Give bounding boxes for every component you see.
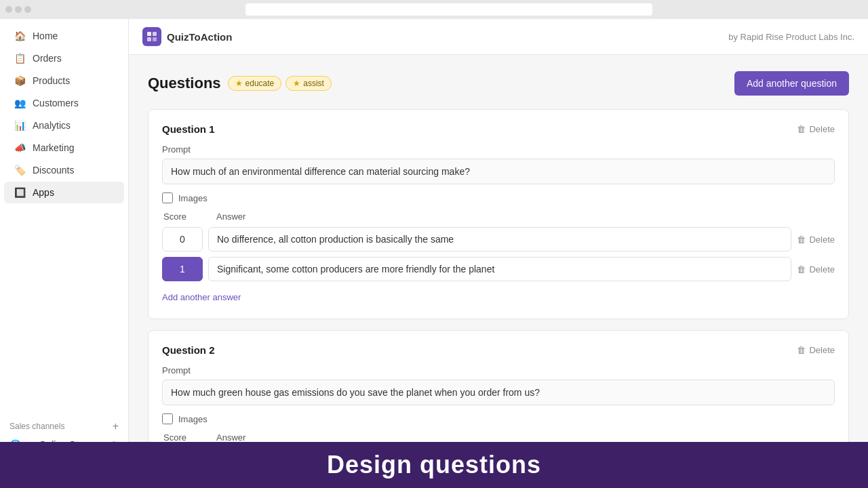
app-header: QuizToAction by Rapid Rise Product Labs … (129, 19, 868, 55)
badge-label: assist (303, 79, 324, 88)
delete-answer-label: Delete (809, 235, 835, 245)
products-icon: 📦 (14, 75, 26, 87)
trash-icon: 🗑 (797, 345, 806, 355)
sidebar-item-label: Products (33, 75, 70, 86)
app-logo: QuizToAction (142, 27, 232, 46)
analytics-icon: 📊 (14, 119, 26, 131)
app-name: QuizToAction (167, 31, 232, 43)
answer-row: 0 🗑 Delete (162, 227, 835, 251)
app-logo-icon (142, 27, 161, 46)
question-number-1: Question 1 (162, 123, 215, 135)
sidebar-item-label: Customers (33, 98, 79, 108)
score-col-header-2: Score (162, 432, 216, 443)
app-by-text: by Rapid Rise Product Labs Inc. (728, 32, 854, 42)
prompt-input-1[interactable] (162, 159, 835, 184)
sales-channels-section: Sales channels + (0, 412, 128, 435)
question-header-2: Question 2 🗑 Delete (162, 344, 835, 356)
page-content: Questions ★educate★assist Add another qu… (129, 55, 868, 488)
star-icon: ★ (235, 79, 243, 88)
svg-rect-3 (153, 37, 157, 41)
answers-header-2: Score Answer (162, 432, 835, 443)
sidebar-item-products[interactable]: 📦Products (4, 70, 124, 92)
sidebar-item-analytics[interactable]: 📊Analytics (4, 115, 124, 136)
add-question-button[interactable]: Add another question (734, 71, 849, 96)
discounts-icon: 🏷️ (14, 164, 26, 176)
answer-col-header-2: Answer (216, 432, 245, 443)
score-badge-1-1[interactable]: 0 (162, 227, 203, 251)
question-number-2: Question 2 (162, 344, 215, 356)
sidebar-item-customers[interactable]: 👥Customers (4, 92, 124, 114)
answer-input-1-1[interactable] (208, 227, 791, 251)
prompt-label-2: Prompt (162, 365, 835, 375)
sidebar-item-label: Apps (33, 187, 54, 198)
delete-question-btn-2[interactable]: 🗑 Delete (797, 345, 835, 355)
add-sales-channel-btn[interactable]: + (113, 420, 119, 432)
question-card-1: Question 1 🗑 Delete Prompt Images Score … (148, 109, 849, 319)
bottom-overlay-text: Design questions (327, 451, 541, 479)
answers-header-1: Score Answer (162, 211, 835, 222)
sidebar-item-orders[interactable]: 📋Orders (4, 47, 124, 69)
page-header: Questions ★educate★assist Add another qu… (148, 71, 849, 96)
sales-channels-label: Sales channels (9, 422, 64, 431)
svg-rect-1 (153, 32, 157, 36)
badge-label: educate (245, 79, 275, 88)
star-icon: ★ (293, 79, 300, 88)
page-title: Questions (148, 75, 221, 92)
delete-answer-btn-1-2[interactable]: 🗑 Delete (797, 264, 835, 274)
bottom-overlay: Design questions (0, 442, 868, 488)
browser-dot-red (5, 6, 12, 13)
badge-educate: ★educate (228, 76, 282, 91)
sidebar-item-apps[interactable]: 🔲Apps (4, 182, 124, 203)
apps-icon: 🔲 (14, 186, 26, 199)
sidebar-item-discounts[interactable]: 🏷️Discounts (4, 159, 124, 181)
score-badge-1-2[interactable]: 1 (162, 257, 203, 281)
prompt-input-2[interactable] (162, 380, 835, 405)
page-title-group: Questions ★educate★assist (148, 75, 332, 92)
svg-rect-0 (147, 32, 151, 36)
sidebar-item-label: Marketing (33, 142, 74, 153)
delete-question-label: Delete (809, 124, 835, 134)
answer-input-1-2[interactable] (208, 257, 791, 281)
sidebar-item-label: Home (33, 30, 58, 41)
marketing-icon: 📣 (14, 142, 26, 154)
sidebar: 🏠Home📋Orders📦Products👥Customers📊Analytic… (0, 19, 129, 488)
customers-icon: 👥 (14, 97, 26, 109)
prompt-label-1: Prompt (162, 144, 835, 155)
sidebar-item-label: Discounts (33, 165, 74, 176)
delete-answer-btn-1-1[interactable]: 🗑 Delete (797, 235, 835, 245)
badge-assist: ★assist (285, 76, 332, 91)
sidebar-spacer (0, 204, 128, 412)
question-header-1: Question 1 🗑 Delete (162, 123, 835, 135)
images-checkbox-1[interactable] (162, 192, 173, 203)
delete-answer-label: Delete (809, 264, 835, 274)
browser-dot-green (24, 6, 31, 13)
delete-question-btn-1[interactable]: 🗑 Delete (797, 124, 835, 134)
trash-icon: 🗑 (797, 124, 806, 134)
browser-dot-yellow (15, 6, 22, 13)
trash-icon: 🗑 (797, 235, 806, 245)
content-area: QuizToAction by Rapid Rise Product Labs … (129, 19, 868, 488)
badges-container: ★educate★assist (228, 76, 332, 91)
browser-url-bar[interactable] (245, 3, 652, 16)
images-label-1: Images (178, 193, 208, 203)
trash-icon: 🗑 (797, 264, 806, 274)
orders-icon: 📋 (14, 52, 26, 64)
answer-row: 1 🗑 Delete (162, 257, 835, 281)
delete-question-label: Delete (809, 345, 835, 355)
answer-col-header-1: Answer (216, 211, 245, 222)
sidebar-item-label: Analytics (33, 120, 71, 131)
images-label-2: Images (178, 414, 208, 424)
sidebar-item-home[interactable]: 🏠Home (4, 25, 124, 47)
svg-rect-2 (147, 37, 151, 41)
images-checkbox-2[interactable] (162, 413, 173, 424)
main-layout: 🏠Home📋Orders📦Products👥Customers📊Analytic… (0, 19, 868, 488)
sidebar-nav: 🏠Home📋Orders📦Products👥Customers📊Analytic… (0, 24, 128, 204)
browser-bar (0, 0, 868, 19)
questions-container: Question 1 🗑 Delete Prompt Images Score … (148, 109, 849, 488)
sidebar-item-label: Orders (33, 53, 62, 64)
sidebar-item-marketing[interactable]: 📣Marketing (4, 137, 124, 159)
add-answer-btn-1[interactable]: Add another answer (162, 289, 241, 305)
images-row-1: Images (162, 192, 835, 203)
browser-dots (5, 6, 31, 13)
home-icon: 🏠 (14, 30, 26, 42)
